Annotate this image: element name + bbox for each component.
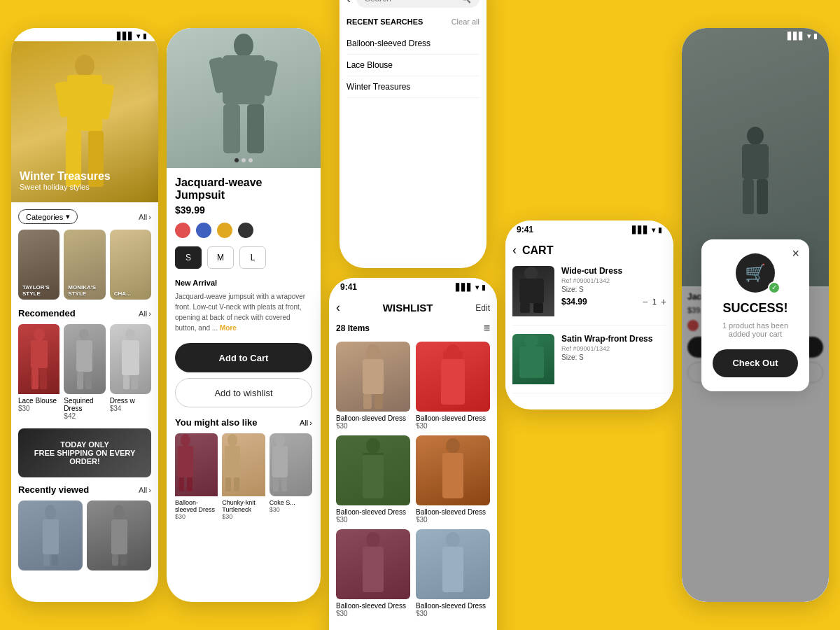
ymlike-all-label: All (300, 419, 308, 427)
product-card-sequined[interactable]: Sequined Dress $42 (64, 324, 105, 420)
svg-rect-1 (67, 75, 102, 131)
svg-rect-17 (132, 375, 138, 389)
cart-item-info-2: Satin Wrap-front Dress Ref #09001/1342 S… (561, 334, 666, 384)
all-link-categories[interactable]: All › (139, 213, 151, 221)
style-card-cha[interactable]: CHA... (110, 230, 151, 300)
cart-header: ‹ CART (512, 243, 666, 258)
qty-minus-1[interactable]: − (643, 296, 648, 307)
promo-banner[interactable]: TODAY ONLY FREE SHIPPING ON EVERY ORDER! (18, 428, 151, 477)
image-dots (234, 158, 253, 162)
svg-point-65 (524, 335, 538, 347)
wl-price-1: $30 (336, 422, 410, 430)
recently-viewed-all[interactable]: All › (139, 486, 151, 494)
status-icons-wishlist: ▋▋▋ ▾ ▮ (456, 284, 486, 291)
size-s-button[interactable]: S (175, 246, 202, 269)
wl-name-1: Balloon-sleeved Dress (336, 414, 410, 422)
svg-rect-62 (519, 279, 544, 303)
wishlist-back-button[interactable]: ‹ (336, 300, 340, 315)
ymlike-card-2[interactable]: Chunky-knit Turtleneck $30 (222, 433, 265, 520)
svg-rect-9 (40, 368, 47, 389)
size-l-button[interactable]: L (239, 246, 266, 269)
svg-rect-58 (363, 547, 384, 592)
recent-searches-title: RECENT SEARCHES (346, 18, 423, 26)
recommended-all-link[interactable]: All › (139, 309, 151, 318)
more-link[interactable]: More (220, 324, 237, 332)
dot-1 (234, 158, 239, 162)
svg-point-22 (113, 505, 125, 520)
color-swatch-black[interactable] (238, 223, 253, 238)
jumpsuit-figure (205, 31, 282, 164)
style-card-taylor[interactable]: TAYLOR'S STYLE (18, 230, 59, 300)
color-swatch-yellow[interactable] (217, 223, 232, 238)
chevron-right-icon: › (148, 213, 151, 221)
status-icons-cart: ▋▋▋ ▾ ▮ (632, 226, 662, 234)
ymlike-all-link[interactable]: All › (300, 419, 312, 427)
svg-point-26 (234, 34, 253, 57)
wishlist-page: ‹ WISHLIST Edit 28 Items ≡ (329, 293, 497, 624)
svg-point-36 (227, 434, 237, 447)
clear-all-button[interactable]: Clear all (451, 18, 479, 26)
qty-plus-1[interactable]: + (661, 296, 666, 307)
cart-item-thumb-2 (512, 334, 554, 384)
wl-card-1[interactable]: Balloon-sleeved Dress $30 (336, 342, 410, 430)
style-card-monika[interactable]: MONIKA'S STYLE (64, 230, 105, 300)
wl-card-6[interactable]: Balloon-sleeved Dress $30 (416, 529, 490, 617)
search-input[interactable] (365, 0, 456, 4)
color-swatch-red[interactable] (175, 223, 190, 238)
wl-fig-4 (435, 438, 470, 504)
rv-card-1[interactable] (18, 500, 83, 573)
wishlist-edit-button[interactable]: Edit (475, 303, 490, 313)
recent-item-1[interactable]: Balloon-sleeved Dress (346, 33, 479, 55)
modal-check-icon: ✓ (768, 281, 780, 294)
svg-rect-42 (273, 477, 279, 491)
ymlike-thumb-2 (222, 433, 265, 496)
wl-card-5[interactable]: Balloon-sleeved Dress $30 (336, 529, 410, 617)
battery-icon-wl: ▮ (482, 284, 486, 291)
cart-item-name-1: Wide-cut Dress (561, 266, 666, 276)
status-bar-success: ▋▋▋ ▾ ▮ (682, 28, 829, 41)
cart-back-button[interactable]: ‹ (512, 243, 517, 258)
wl-card-2[interactable]: Balloon-sleeved Dress $30 (416, 342, 490, 430)
checkout-button[interactable]: Check Out (713, 349, 798, 377)
signal-icon-wl: ▋▋▋ (456, 284, 472, 291)
svg-rect-51 (457, 351, 463, 359)
add-to-cart-button[interactable]: Add to Cart (175, 343, 312, 372)
color-swatch-blue[interactable] (196, 223, 211, 238)
success-title: SUCCESS! (713, 301, 798, 316)
hero-section: Winter Treasures Sweet holiday styles (11, 41, 158, 202)
wishlist-count: 28 Items (336, 323, 370, 333)
wishlist-header: ‹ WISHLIST Edit (336, 300, 490, 315)
recent-item-2[interactable]: Lace Blouse (346, 55, 479, 76)
search-input-wrap: 🔍 (356, 0, 479, 8)
phone-search: 9:41 ▋▋▋ ▾ ▮ ‹ 🔍 RECENT SEARCHES (340, 0, 486, 268)
size-selector-row: S M L (175, 246, 312, 269)
rv-card-2[interactable] (87, 500, 151, 573)
ymlike-thumb-3 (270, 433, 312, 496)
filter-icon[interactable]: ≡ (484, 322, 490, 335)
svg-point-6 (34, 328, 45, 341)
product-card-lace[interactable]: Lace Blouse $30 (18, 324, 59, 420)
product-card-dress[interactable]: Dress w $34 (110, 324, 151, 420)
product-price-sequined: $42 (64, 412, 105, 420)
ymlike-card-3[interactable]: Coke S... $30 (270, 433, 312, 520)
product-thumb-dress (110, 324, 151, 394)
svg-rect-54 (363, 453, 384, 455)
product-hero-image (167, 28, 321, 168)
size-m-button[interactable]: M (207, 246, 234, 269)
svg-point-18 (45, 505, 56, 520)
wl-card-3[interactable]: Balloon-sleeved Dress $30 (336, 435, 410, 524)
add-to-wishlist-button[interactable]: Add to wishlist (175, 378, 312, 407)
product-price: $39.99 (175, 204, 312, 216)
svg-rect-33 (178, 446, 193, 477)
ymlike-figure-2 (222, 433, 243, 493)
wl-name-4: Balloon-sleeved Dress (416, 508, 490, 516)
search-back-button[interactable]: ‹ (346, 0, 351, 6)
wl-fig-5 (356, 531, 391, 598)
search-bar-row: ‹ 🔍 (346, 0, 479, 8)
categories-button[interactable]: Categories ▾ (18, 209, 78, 224)
chevron-right-icon-ymlike: › (309, 419, 312, 427)
ymlike-card-1[interactable]: Balloon-sleeved Dress $30 (175, 433, 218, 520)
ymlike-price-1: $30 (175, 513, 218, 520)
recent-item-3[interactable]: Winter Treasures (346, 76, 479, 98)
wl-card-4[interactable]: Balloon-sleeved Dress $30 (416, 435, 490, 524)
